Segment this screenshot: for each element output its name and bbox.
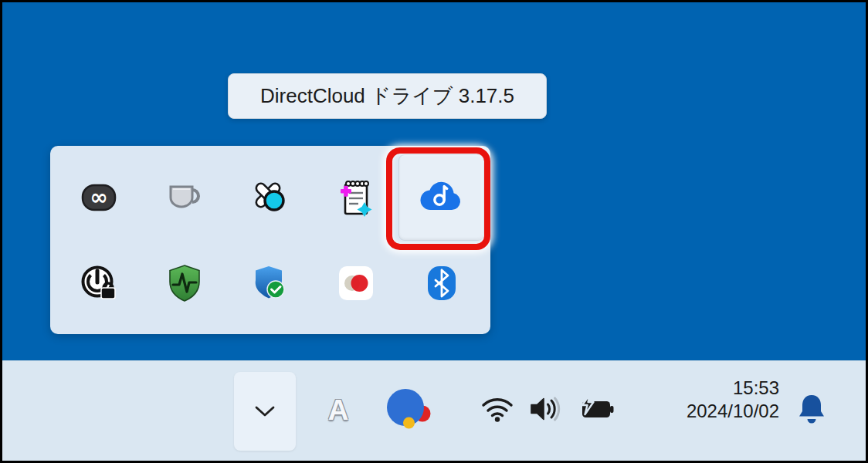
chevron-down-icon: [253, 404, 276, 418]
svg-text:∞: ∞: [90, 184, 107, 210]
wifi-icon[interactable]: [480, 395, 514, 423]
windows-security-shield-icon: [253, 265, 288, 302]
green-shield-pulse-icon: [167, 264, 202, 302]
tray-item-red-circles-app[interactable]: [313, 240, 398, 326]
notification-bell-icon[interactable]: [798, 394, 826, 426]
tray-item-directcloud[interactable]: [398, 154, 484, 240]
adobe-creative-cloud-icon: ∞: [81, 182, 117, 213]
clock-time: 15:53: [632, 377, 779, 400]
desktop-screenshot: DirectCloud ドライブ 3.17.5 ∞: [0, 0, 868, 463]
tray-item-bluetooth[interactable]: [398, 240, 484, 326]
taskbar: A 15:53 2024/10/02: [2, 360, 866, 461]
taskbar-clock[interactable]: 15:53 2024/10/02: [632, 377, 779, 423]
volume-icon[interactable]: [528, 395, 562, 423]
tray-chevron-button[interactable]: [234, 372, 296, 451]
assistant-sphere-icon[interactable]: [385, 387, 433, 432]
tray-overflow-flyout: ∞: [50, 146, 490, 334]
tray-item-pinwheel-app[interactable]: [227, 154, 313, 240]
directcloud-icon: [419, 181, 464, 215]
notepad-icon: [339, 178, 373, 217]
power-lock-icon: [80, 265, 117, 302]
tray-item-health-shield[interactable]: [141, 240, 227, 326]
tray-item-adobe-creative-cloud[interactable]: ∞: [56, 154, 141, 240]
battery-charging-icon[interactable]: [578, 394, 615, 421]
tray-item-privacy-power-lock[interactable]: [56, 240, 141, 326]
tooltip-text: DirectCloud ドライブ 3.17.5: [260, 83, 514, 110]
tray-item-windows-security[interactable]: [227, 240, 313, 326]
cup-icon: [167, 181, 202, 214]
clock-date: 2024/10/02: [632, 400, 779, 423]
bluetooth-icon: [426, 265, 457, 301]
pinwheel-icon: [252, 179, 289, 216]
tray-item-cup-app[interactable]: [141, 154, 227, 240]
directcloud-highlighted-button[interactable]: [398, 154, 484, 241]
ime-mode-indicator[interactable]: A: [321, 394, 355, 427]
tray-tooltip: DirectCloud ドライブ 3.17.5: [228, 73, 547, 119]
red-circles-icon: [338, 265, 374, 301]
tray-item-clipboard-notes-app[interactable]: [313, 154, 398, 240]
